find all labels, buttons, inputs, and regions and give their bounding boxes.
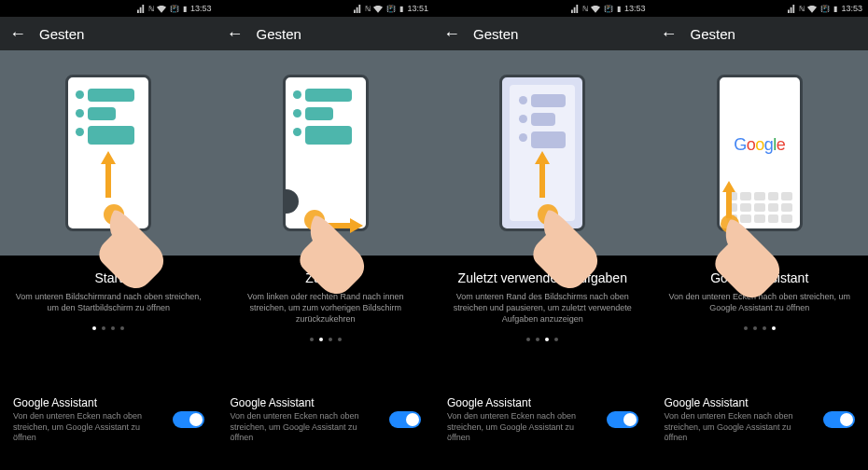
setting-title: Google Assistant: [13, 396, 163, 409]
header: ← Gesten: [217, 17, 435, 50]
battery-icon: ▮: [399, 5, 403, 13]
page-dot[interactable]: [111, 326, 115, 330]
finger-icon: [90, 192, 192, 295]
gesture-illustration: Google: [651, 50, 869, 256]
status-bar: ℕ 📳 ▮ 13:53: [0, 0, 217, 17]
page-dot[interactable]: [526, 338, 530, 341]
toggle-switch[interactable]: [173, 411, 204, 428]
screen-back: ℕ 📳 ▮ 13:51 ← Gesten Zurück Vom linken o…: [217, 0, 435, 470]
header-title: Gesten: [39, 26, 84, 42]
status-bar: ℕ 📳 ▮ 13:51: [217, 0, 435, 17]
header: ← Gesten: [434, 17, 651, 50]
gesture-illustration: [434, 50, 651, 256]
finger-icon: [711, 207, 814, 310]
vibrate-icon: 📳: [820, 5, 830, 13]
setting-description: Von den unteren Ecken nach oben streiche…: [447, 411, 597, 444]
status-icons: ℕ: [137, 5, 166, 13]
header-title: Gesten: [473, 26, 518, 42]
page-dot[interactable]: [763, 326, 766, 330]
setting-description: Von den unteren Ecken nach oben streiche…: [231, 411, 381, 444]
signal-icon: [354, 5, 362, 13]
page-dot[interactable]: [753, 326, 757, 330]
status-icons: ℕ: [571, 5, 600, 13]
gesture-illustration: [217, 50, 435, 256]
page-dot[interactable]: [772, 326, 776, 330]
wifi-icon: [591, 5, 600, 13]
setting-title: Google Assistant: [665, 396, 815, 409]
nfc-icon: ℕ: [148, 5, 154, 13]
page-dot[interactable]: [554, 338, 558, 341]
page-dot[interactable]: [319, 338, 323, 341]
signal-icon: [571, 5, 580, 13]
status-time: 13:51: [407, 4, 428, 13]
wifi-icon: [157, 5, 166, 13]
status-time: 13:53: [841, 4, 862, 13]
back-icon[interactable]: ←: [443, 25, 460, 42]
screen-start: ℕ 📳 ▮ 13:53 ← Gesten Start Vom unteren B…: [0, 0, 217, 470]
google-logo: Google: [734, 135, 785, 155]
status-time: 13:53: [190, 4, 212, 13]
battery-icon: ▮: [833, 5, 837, 13]
nfc-icon: ℕ: [365, 5, 371, 13]
setting-title: Google Assistant: [447, 396, 597, 409]
page-dot[interactable]: [310, 338, 314, 341]
toggle-switch[interactable]: [389, 411, 421, 428]
status-bar: ℕ 📳 ▮ 13:53: [434, 0, 651, 17]
finger-icon: [298, 203, 400, 306]
back-icon[interactable]: ←: [227, 25, 244, 42]
signal-icon: [788, 5, 796, 13]
screen-recent: ℕ 📳 ▮ 13:53 ← Gesten Zuletzt verwendete …: [434, 0, 651, 470]
header-title: Gesten: [257, 26, 301, 42]
toggle-switch[interactable]: [607, 411, 638, 428]
setting-row: Google Assistant Von den unteren Ecken n…: [217, 381, 435, 470]
page-dot[interactable]: [338, 338, 342, 341]
page-indicator: [0, 326, 217, 330]
setting-description: Von den unteren Ecken nach oben streiche…: [13, 411, 163, 444]
header: ← Gesten: [651, 17, 869, 50]
setting-row: Google Assistant Von den unteren Ecken n…: [0, 381, 217, 470]
arrow-up-icon: [533, 151, 552, 198]
setting-row: Google Assistant Von den unteren Ecken n…: [434, 381, 651, 470]
setting-row: Google Assistant Von den unteren Ecken n…: [651, 381, 869, 470]
header: ← Gesten: [0, 17, 217, 50]
vibrate-icon: 📳: [386, 5, 396, 13]
finger-icon: [524, 192, 626, 295]
signal-icon: [137, 5, 146, 13]
header-title: Gesten: [691, 26, 735, 42]
setting-description: Von den unteren Ecken nach oben streiche…: [665, 411, 815, 444]
status-icons: ℕ: [354, 5, 383, 13]
battery-icon: ▮: [617, 5, 621, 13]
page-dot[interactable]: [536, 338, 539, 341]
page-indicator: [217, 338, 435, 341]
page-indicator: [651, 326, 869, 330]
wifi-icon: [373, 5, 383, 13]
status-bar: ℕ 📳 ▮ 13:53: [651, 0, 869, 17]
vibrate-icon: 📳: [170, 5, 179, 13]
page-dot[interactable]: [120, 326, 124, 330]
wifi-icon: [807, 5, 817, 13]
page-dot[interactable]: [329, 338, 332, 341]
screen-assistant: ℕ 📳 ▮ 13:53 ← Gesten Google Google Assis…: [651, 0, 869, 470]
page-indicator: [434, 338, 651, 341]
page-dot[interactable]: [744, 326, 748, 330]
page-dot[interactable]: [92, 326, 96, 330]
page-dot[interactable]: [102, 326, 105, 330]
back-icon[interactable]: ←: [661, 25, 678, 42]
back-icon[interactable]: ←: [9, 25, 26, 42]
toggle-switch[interactable]: [823, 411, 855, 428]
page-dot[interactable]: [545, 338, 549, 341]
status-time: 13:53: [624, 4, 646, 13]
battery-icon: ▮: [183, 5, 187, 13]
nfc-icon: ℕ: [582, 5, 588, 13]
setting-title: Google Assistant: [231, 396, 381, 409]
arrow-up-icon: [99, 151, 118, 198]
status-icons: ℕ: [788, 5, 817, 13]
vibrate-icon: 📳: [604, 5, 613, 13]
nfc-icon: ℕ: [799, 5, 805, 13]
gesture-illustration: [0, 50, 217, 256]
